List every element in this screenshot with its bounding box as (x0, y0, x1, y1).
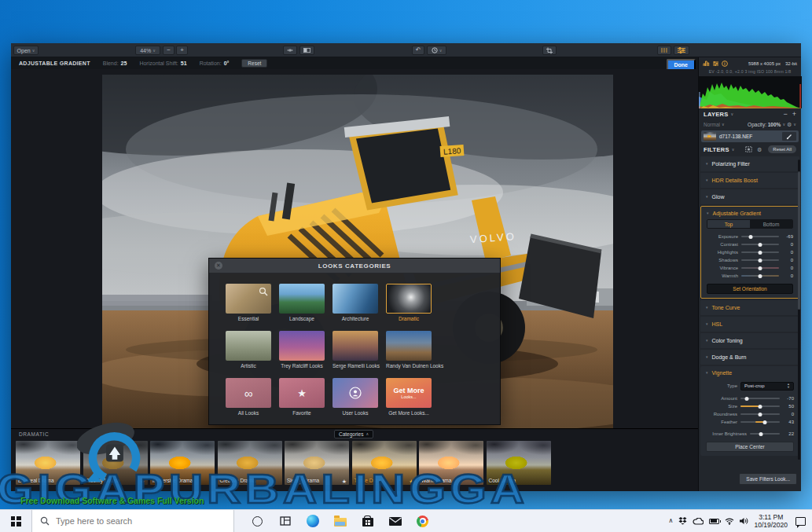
category-randy-van-duinen[interactable]: Randy Van Duinen Looks (386, 331, 432, 369)
onedrive-cloud-icon[interactable] (693, 518, 704, 525)
wifi-icon[interactable] (725, 518, 734, 525)
dropbox-icon[interactable] (678, 517, 687, 525)
layer-mask-button[interactable] (782, 132, 796, 141)
slider-handle[interactable] (759, 251, 762, 255)
category-dramatic[interactable]: Dramatic (386, 284, 432, 321)
slider-handle[interactable] (759, 432, 762, 436)
blend-mode-dropdown[interactable]: Normal (704, 122, 720, 127)
panel-scrollbar[interactable] (798, 160, 800, 460)
category-get-more-looks[interactable]: Get More Looks... Get More Looks... (386, 378, 432, 416)
category-favorite[interactable]: ★ Favorite (279, 378, 325, 416)
reset-all-button[interactable]: Reset All (768, 145, 796, 153)
compare-view-button[interactable] (299, 46, 314, 55)
filter-hdr-details-boost[interactable]: ▾ HDR Details Boost (700, 173, 799, 188)
category-serge-ramelli[interactable]: Serge Ramelli Looks (333, 331, 378, 369)
task-view-button[interactable] (271, 510, 299, 532)
gear-icon[interactable]: ⚙ (757, 147, 762, 152)
opacity-value[interactable]: 100% (768, 122, 781, 127)
channels-icon[interactable] (712, 61, 719, 67)
layers-header[interactable]: LAYERS ∨ − + (699, 108, 801, 119)
slider-track[interactable] (741, 244, 779, 245)
vignette-header[interactable]: ▾ Vignette (700, 366, 799, 379)
category-architecture[interactable]: Architecture (333, 284, 378, 321)
slider-track[interactable] (741, 259, 779, 261)
crop-tool-button[interactable] (542, 46, 557, 55)
slider-handle[interactable] (749, 235, 753, 239)
mail-button[interactable] (381, 510, 409, 532)
filter-dodge-burn[interactable]: ▾ Dodge & Burn (700, 350, 799, 365)
adjustable-gradient-header[interactable]: ▾ Adjustable Gradient (701, 207, 799, 219)
file-explorer-button[interactable] (326, 510, 354, 532)
undo-button[interactable]: ↶ (412, 46, 424, 55)
slider-handle[interactable] (763, 420, 767, 424)
category-trey-ratcliff[interactable]: Trey Ratcliff Looks (279, 331, 325, 369)
add-layer-button[interactable]: + (792, 111, 796, 118)
speaker-icon[interactable] (740, 517, 748, 525)
history-dropdown[interactable]: ∨ (427, 46, 446, 55)
filter-hsl[interactable]: ▾ HSL (700, 317, 799, 332)
place-center-button[interactable]: Place Center (706, 442, 794, 452)
info-icon[interactable] (722, 61, 728, 67)
gear-icon[interactable]: ⚙ (787, 122, 792, 127)
edge-button[interactable] (299, 510, 326, 532)
slider-track[interactable] (741, 267, 779, 269)
filters-header[interactable]: FILTERS ∨ ⚙ Reset All (699, 144, 801, 155)
horizontal-shift-field[interactable]: Horizontal Shift: 51 (139, 61, 186, 66)
filter-polarizing[interactable]: ▾ Polarizing Filter (700, 156, 799, 171)
close-icon[interactable]: ✕ (215, 262, 222, 270)
tab-bottom[interactable]: Bottom (750, 220, 792, 228)
slider-track[interactable] (740, 405, 780, 407)
filter-glow[interactable]: ▾ Glow (700, 189, 799, 204)
microsoft-store-button[interactable] (354, 510, 381, 532)
slider-track[interactable] (750, 433, 780, 435)
taskbar-search[interactable] (31, 510, 234, 532)
slider-track[interactable] (740, 413, 780, 415)
layer-item[interactable]: d717-138.NEF (701, 130, 799, 142)
category-essential[interactable]: Essential (226, 284, 271, 321)
panel-toggle-button[interactable] (674, 46, 689, 55)
battery-icon[interactable] (709, 519, 719, 524)
slider-handle[interactable] (759, 259, 762, 262)
filter-color-toning[interactable]: ▾ Color Toning (700, 333, 799, 348)
category-artistic[interactable]: Artistic (226, 331, 271, 369)
slider-handle[interactable] (745, 397, 749, 401)
save-filters-look-button[interactable]: Save Filters Look... (739, 473, 797, 485)
zoom-in-button[interactable]: + (176, 46, 188, 55)
search-input[interactable] (56, 516, 205, 526)
remove-layer-button[interactable]: − (783, 111, 787, 118)
blend-field[interactable]: Blend: 25 (103, 61, 127, 66)
histogram-icon[interactable] (703, 61, 710, 67)
category-landscape[interactable]: Landscape (279, 284, 325, 321)
open-button[interactable]: Open ∨ (13, 46, 39, 55)
slider-track[interactable] (740, 421, 780, 423)
slider-handle[interactable] (759, 266, 762, 270)
zoom-level-dropdown[interactable]: 44% ∨ (135, 46, 160, 55)
preview-toggle-button[interactable] (283, 46, 297, 55)
cortana-button[interactable] (244, 510, 271, 532)
slider-track[interactable] (740, 398, 780, 399)
filter-tone-curve[interactable]: ▾ Tone Curve (700, 300, 799, 315)
zoom-out-button[interactable]: − (163, 46, 175, 55)
slider-handle[interactable] (759, 405, 762, 409)
tab-top[interactable]: Top (707, 220, 750, 228)
mask-icon[interactable] (745, 146, 752, 152)
vignette-type-dropdown[interactable]: Post-crop ▲▼ (740, 382, 794, 391)
chrome-button[interactable] (409, 510, 436, 532)
taskbar-clock[interactable]: 3:11 PM 10/19/2020 (754, 513, 788, 529)
set-orientation-button[interactable]: Set Orientation (707, 284, 793, 294)
slider-handle[interactable] (759, 413, 762, 416)
slider-track[interactable] (741, 236, 779, 237)
tray-chevron-up-icon[interactable]: ∧ (669, 518, 674, 524)
slider-handle[interactable] (759, 274, 762, 278)
category-user-looks[interactable]: User Looks (333, 378, 378, 416)
start-button[interactable] (0, 510, 31, 532)
slider-track[interactable] (741, 251, 779, 253)
categories-button[interactable]: Categories ∧ (334, 430, 373, 438)
slider-handle[interactable] (759, 243, 762, 247)
slider-track[interactable] (741, 275, 779, 277)
rotation-field[interactable]: Rotation: 0° (200, 61, 230, 66)
category-all-looks[interactable]: ∞ All Looks (226, 378, 271, 416)
filmstrip-toggle-button[interactable] (657, 46, 671, 55)
reset-button[interactable]: Reset (241, 59, 267, 68)
action-center-icon[interactable] (795, 517, 806, 526)
